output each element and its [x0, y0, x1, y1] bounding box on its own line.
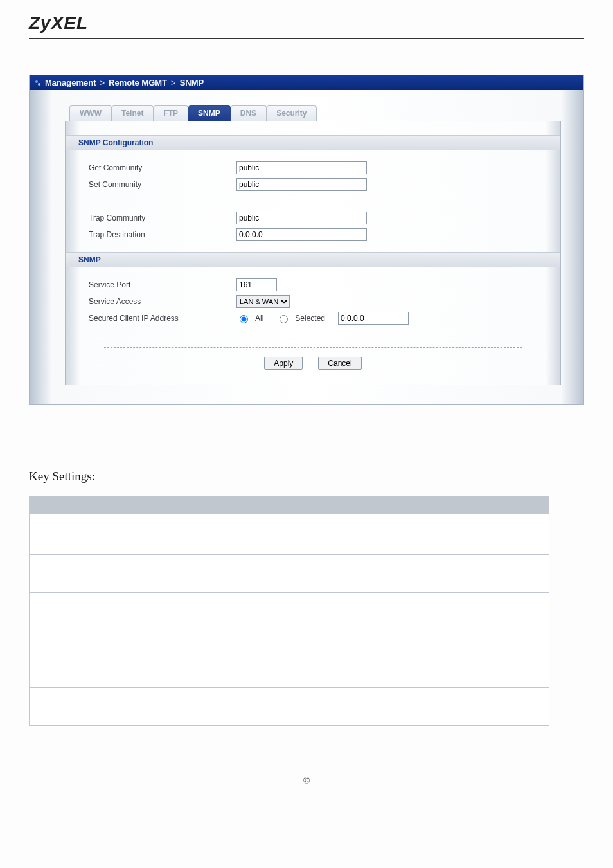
key-settings-table — [29, 496, 549, 726]
footer-copyright: © — [0, 776, 613, 786]
label-get-community: Get Community — [89, 163, 236, 172]
select-service-access[interactable]: LAN & WAN — [236, 295, 290, 308]
separator — [104, 347, 522, 348]
radio-all[interactable] — [240, 315, 248, 323]
table-cell — [30, 555, 120, 593]
input-set-community[interactable] — [236, 178, 367, 191]
app-window: Management > Remote MGMT > SNMP WWW Teln… — [29, 75, 584, 405]
brand-logo: ZyXEL — [29, 13, 88, 33]
breadcrumb: Management > Remote MGMT > SNMP — [30, 75, 583, 90]
svg-point-0 — [35, 80, 38, 83]
breadcrumb-part-0: Management — [45, 78, 96, 87]
section-header-snmp-config: SNMP Configuration — [66, 135, 560, 150]
cancel-button[interactable]: Cancel — [318, 357, 361, 370]
radio-all-label: All — [255, 314, 263, 323]
table-cell — [120, 647, 549, 688]
tab-www[interactable]: WWW — [69, 105, 112, 121]
table-cell — [30, 647, 120, 688]
key-table-header-1 — [30, 497, 120, 514]
section-header-snmp: SNMP — [66, 252, 560, 267]
breadcrumb-part-1: Remote MGMT — [109, 78, 167, 87]
apply-button[interactable]: Apply — [264, 357, 303, 370]
breadcrumb-part-2: SNMP — [180, 78, 204, 87]
table-cell — [30, 514, 120, 555]
input-trap-destination[interactable] — [236, 228, 367, 241]
panel-body: SNMP Configuration Get Community Set Com… — [65, 121, 561, 385]
label-trap-community: Trap Community — [89, 213, 236, 222]
input-get-community[interactable] — [236, 161, 367, 174]
input-service-port[interactable] — [236, 278, 277, 291]
input-trap-community[interactable] — [236, 212, 367, 224]
key-settings-heading: Key Settings: — [29, 469, 584, 484]
label-secured-client-ip: Secured Client IP Address — [89, 314, 236, 323]
tab-telnet[interactable]: Telnet — [112, 105, 154, 121]
tab-ftp[interactable]: FTP — [154, 105, 188, 121]
tab-dns[interactable]: DNS — [231, 105, 267, 121]
input-secured-client-ip[interactable] — [338, 312, 409, 325]
tab-bar: WWW Telnet FTP SNMP DNS Security — [30, 90, 583, 121]
label-service-port: Service Port — [89, 280, 236, 289]
label-service-access: Service Access — [89, 297, 236, 306]
table-cell — [120, 514, 549, 555]
header-divider — [29, 38, 584, 39]
label-set-community: Set Community — [89, 180, 236, 189]
svg-point-1 — [38, 83, 40, 86]
radio-selected-label: Selected — [295, 314, 325, 323]
table-cell — [120, 593, 549, 647]
table-cell — [30, 688, 120, 726]
key-table-header-2 — [120, 497, 549, 514]
breadcrumb-icon — [35, 80, 41, 86]
tab-security[interactable]: Security — [267, 105, 317, 121]
label-trap-destination: Trap Destination — [89, 230, 236, 239]
radio-selected[interactable] — [280, 315, 288, 323]
table-cell — [120, 688, 549, 726]
tab-snmp[interactable]: SNMP — [188, 105, 231, 121]
table-cell — [120, 555, 549, 593]
table-cell — [30, 593, 120, 647]
